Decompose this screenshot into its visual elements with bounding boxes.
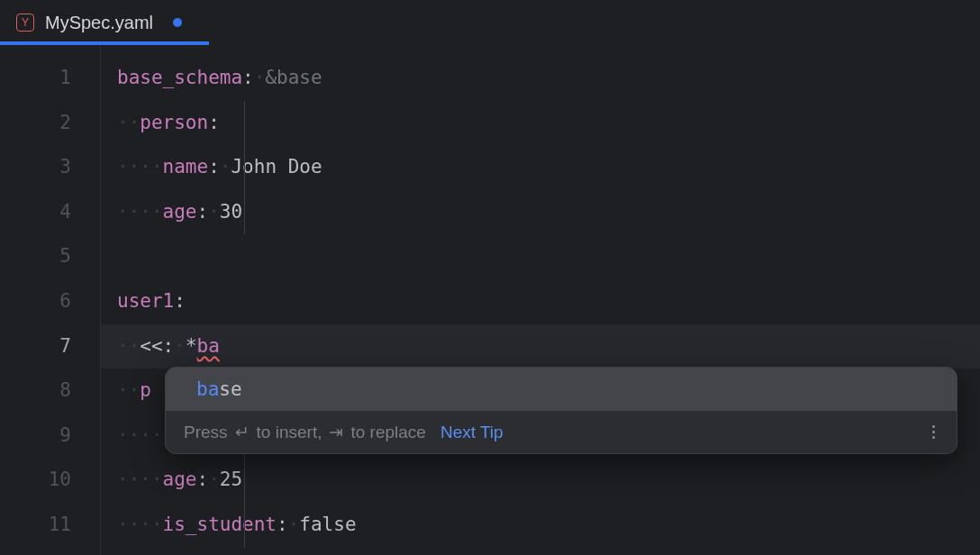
hint-text: Press [184,423,228,442]
code-line[interactable]: user1: [101,279,980,324]
yaml-key: user1 [117,290,174,312]
line-number-gutter: 1 2 3 4 5 6 7 8 9 10 11 [0,45,101,555]
tab-filename: MySpec.yaml [45,13,153,33]
line-number[interactable]: 4 [0,190,100,235]
code-line[interactable]: ····age:·25 [101,458,980,503]
code-line[interactable]: ····age:·30 [101,190,980,235]
typed-text: ba [197,335,220,357]
yaml-key: p [140,379,151,401]
more-options-icon[interactable] [927,422,940,442]
line-number[interactable]: 7 [0,324,100,369]
line-number[interactable]: 9 [0,414,100,459]
unsaved-indicator-icon [173,18,182,27]
line-number[interactable]: 5 [0,234,100,279]
yaml-key: base_schema [117,67,242,88]
yaml-value: 30 [220,201,242,223]
yaml-key: age [163,201,197,223]
yaml-key: person [140,112,208,133]
code-line[interactable]: ····is_student:·false [101,503,980,548]
code-line[interactable]: ····name:·John Doe [101,145,980,190]
code-line-current[interactable]: ··<<:·*ba [101,324,980,369]
yaml-key: age [163,469,197,490]
line-number[interactable]: 3 [0,145,100,190]
line-number[interactable]: 10 [0,458,100,503]
line-number[interactable]: 8 [0,368,100,414]
code-line[interactable] [101,234,980,279]
autocomplete-item[interactable]: base [166,368,957,411]
yaml-file-icon: Y [16,14,34,32]
next-tip-link[interactable]: Next Tip [440,423,504,442]
tab-bar: Y MySpec.yaml [0,0,980,45]
code-area[interactable]: base_schema:·&base ··person: ····name:·J… [101,45,980,555]
yaml-key: name [163,156,209,177]
editor: 1 2 3 4 5 6 7 8 9 10 11 base_schema:·&ba… [0,45,980,555]
hint-text: to replace [350,423,425,442]
yaml-anchor: &base [265,67,322,88]
hint-text: to insert, [257,423,322,442]
line-number[interactable]: 6 [0,279,100,324]
line-number[interactable]: 1 [0,56,100,101]
autocomplete-hint: Press ↵ to insert, ⇥ to replace Next Tip [166,411,957,453]
enter-key-icon: ↵ [235,422,250,442]
autocomplete-match: ba [196,378,219,400]
file-tab[interactable]: Y MySpec.yaml [0,0,198,45]
yaml-value: 25 [220,469,242,490]
autocomplete-popup: base Press ↵ to insert, ⇥ to replace Nex… [165,367,957,454]
code-line[interactable]: ··person: [101,101,980,146]
line-number[interactable]: 2 [0,101,100,146]
line-number[interactable]: 11 [0,503,100,548]
yaml-key: is_student [163,514,277,535]
autocomplete-rest: se [219,378,241,400]
tab-key-icon: ⇥ [329,422,343,442]
yaml-value: false [299,514,356,535]
yaml-merge-key: << [140,335,162,357]
code-line[interactable]: base_schema:·&base [101,56,980,101]
